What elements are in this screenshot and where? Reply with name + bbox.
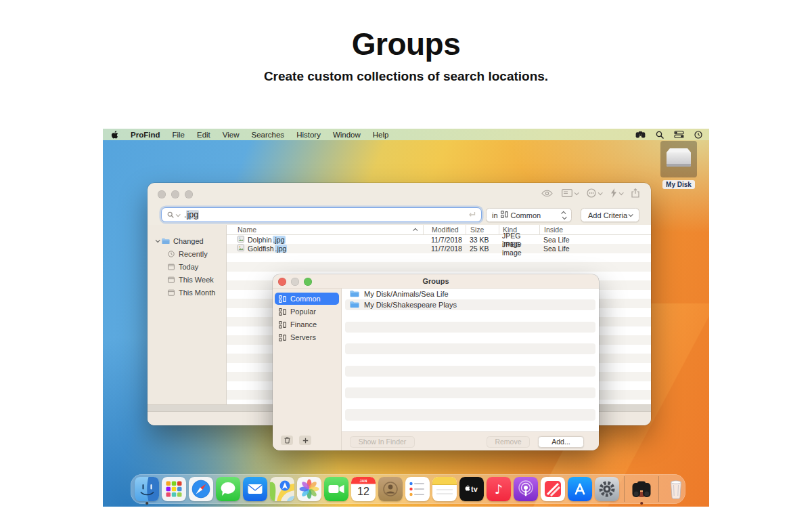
sort-ascending-icon	[413, 228, 418, 232]
dock-calendar[interactable]: JAN12	[351, 477, 376, 501]
menu-searches[interactable]: Searches	[252, 131, 285, 139]
hard-disk-icon[interactable]	[660, 141, 697, 177]
share-icon[interactable]	[631, 188, 639, 198]
dock-notes[interactable]	[432, 477, 457, 501]
column-size[interactable]: Size	[466, 225, 499, 234]
menu-help[interactable]: Help	[373, 131, 389, 139]
menu-history[interactable]: History	[296, 131, 321, 139]
menu-window[interactable]: Window	[333, 131, 361, 139]
sidebar-item-recently[interactable]: Recently	[148, 247, 226, 260]
groups-sidebar: Common Popular Finance Servers	[273, 289, 342, 450]
group-label: Common	[290, 295, 321, 303]
page-subtitle: Create custom collections of search loca…	[0, 69, 812, 84]
show-in-finder-button[interactable]: Show In Finder	[350, 436, 415, 448]
folder-icon	[350, 290, 359, 299]
zoom-button[interactable]	[304, 278, 312, 286]
disclosure-chevron-icon[interactable]	[156, 238, 160, 242]
list-view-button[interactable]	[562, 189, 578, 197]
chevron-down-icon[interactable]	[176, 212, 181, 217]
menu-edit[interactable]: Edit	[197, 131, 210, 139]
window-controls	[278, 278, 312, 286]
dock-system-settings[interactable]	[595, 477, 619, 501]
table-row[interactable]: Dolphin.jpg 11/7/2018 33 KB JPEG image S…	[227, 235, 651, 245]
image-file-icon	[238, 236, 244, 244]
minimize-button[interactable]	[171, 190, 179, 198]
dock-finder[interactable]	[135, 477, 159, 501]
search-input[interactable]: .jpg	[161, 207, 482, 222]
groups-window: Groups Common Popular Finance	[273, 274, 599, 450]
group-item-finance[interactable]: Finance	[275, 318, 339, 331]
menu-app-name[interactable]: ProFind	[131, 131, 160, 139]
running-indicator	[145, 502, 148, 505]
disk-label[interactable]: My Disk	[662, 180, 695, 189]
sidebar-item-today[interactable]: Today	[148, 260, 226, 273]
close-button[interactable]	[278, 278, 286, 286]
dock-launchpad[interactable]	[162, 477, 186, 501]
list-item[interactable]: My Disk/Shakespeare Plays	[345, 299, 595, 310]
desktop-disk[interactable]: My Disk	[659, 141, 698, 190]
sidebar-item-this-week[interactable]: This Week	[148, 273, 226, 286]
group-item-popular[interactable]: Popular	[275, 305, 339, 318]
trash-icon	[284, 437, 290, 444]
scope-popup[interactable]: in Common	[486, 208, 572, 222]
dock-music[interactable]: ♪	[487, 477, 511, 501]
dock-news[interactable]	[541, 477, 565, 501]
binoculars-icon[interactable]	[635, 131, 646, 138]
dock-photos[interactable]	[297, 477, 321, 501]
dock-trash[interactable]	[664, 477, 688, 501]
apple-icon[interactable]	[111, 130, 118, 139]
search-icon	[167, 211, 174, 218]
dock-safari[interactable]	[189, 477, 213, 501]
sidebar-label: This Week	[179, 276, 214, 284]
dock-divider	[658, 476, 659, 502]
group-item-servers[interactable]: Servers	[275, 331, 339, 343]
menu-file[interactable]: File	[172, 131, 185, 139]
dock-podcasts[interactable]	[514, 477, 538, 501]
add-criteria-label: Add Criteria	[588, 211, 627, 219]
clock-icon[interactable]	[694, 131, 702, 139]
dock-mail[interactable]	[243, 477, 267, 501]
dock-facetime[interactable]	[324, 477, 348, 501]
window-controls	[158, 190, 193, 198]
dock-reminders[interactable]	[405, 477, 430, 501]
dock-contacts[interactable]	[378, 477, 403, 501]
minimize-button[interactable]	[291, 278, 299, 286]
dock-app-store[interactable]	[568, 477, 592, 501]
column-name[interactable]: Name	[227, 225, 423, 234]
sidebar-label: Today	[179, 263, 198, 271]
dock-profind[interactable]	[629, 477, 654, 501]
dock-divider	[624, 476, 625, 502]
add-button[interactable]: Add...	[538, 436, 584, 448]
dock-maps[interactable]	[270, 477, 294, 501]
group-item-common[interactable]: Common	[275, 293, 339, 305]
delete-group-button[interactable]	[281, 436, 293, 445]
column-modified[interactable]: Modified	[423, 225, 466, 234]
calendar-icon	[167, 276, 175, 283]
menu-view[interactable]: View	[223, 131, 240, 139]
add-criteria-button[interactable]: Add Criteria	[581, 208, 639, 222]
remove-button[interactable]: Remove	[487, 436, 530, 448]
control-center-icon[interactable]	[674, 131, 684, 138]
column-inside[interactable]: Inside	[539, 225, 651, 234]
actions-bolt-button[interactable]	[610, 188, 623, 198]
sidebar-item-changed[interactable]: Changed	[148, 234, 226, 247]
table-row[interactable]: Goldfish.jpg 11/7/2018 25 KB JPEG image …	[227, 245, 651, 254]
close-button[interactable]	[158, 190, 166, 198]
group-label: Finance	[290, 320, 317, 329]
more-options-button[interactable]	[587, 188, 602, 198]
sidebar-label: This Month	[179, 289, 215, 297]
sidebar-item-this-month[interactable]: This Month	[148, 286, 226, 299]
eye-icon[interactable]	[541, 190, 553, 197]
add-group-button[interactable]	[299, 436, 311, 445]
chevron-down-icon	[598, 190, 603, 195]
search-icon[interactable]	[656, 131, 664, 139]
groups-window-title: Groups	[273, 274, 599, 289]
search-value: .jpg	[184, 210, 199, 219]
dock-tv[interactable]: tv	[459, 477, 484, 501]
table-header: Name Modified Size Kind Inside	[227, 225, 651, 235]
zoom-button[interactable]	[185, 190, 193, 198]
svg-text:♪: ♪	[495, 482, 503, 496]
group-icon	[279, 334, 286, 341]
dock-messages[interactable]	[216, 477, 240, 501]
list-item[interactable]: My Disk/Animals/Sea Life	[342, 289, 599, 299]
